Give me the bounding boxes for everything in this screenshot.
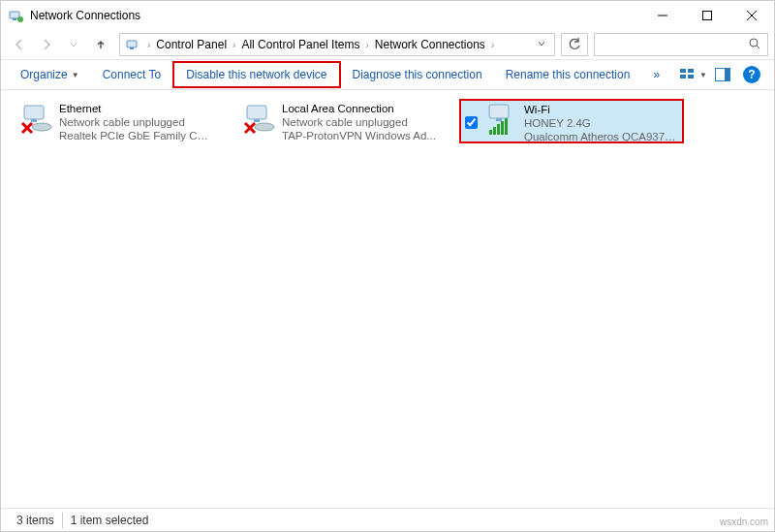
svg-rect-22 (247, 106, 266, 119)
connection-item-lan[interactable]: Local Area Connection Network cable unpl… (237, 100, 460, 142)
view-options-button[interactable]: ▼ (679, 61, 708, 88)
breadcrumb-item[interactable]: All Control Panel Items (237, 34, 363, 55)
breadcrumb-item[interactable]: Network Connections (371, 34, 489, 55)
svg-rect-32 (501, 121, 504, 135)
toolbar: Organize▼ Connect To Disable this networ… (1, 59, 774, 90)
svg-point-9 (750, 39, 758, 47)
svg-rect-14 (688, 75, 694, 78)
maximize-button[interactable] (685, 1, 729, 30)
chevron-right-icon[interactable]: › (363, 40, 370, 50)
svg-rect-28 (496, 118, 502, 121)
svg-rect-12 (680, 75, 686, 78)
connection-device: Qualcomm Atheros QCA9377... (524, 130, 678, 143)
help-button[interactable]: ? (743, 66, 760, 83)
up-button[interactable] (88, 33, 113, 56)
breadcrumb[interactable]: › Control Panel › All Control Panel Item… (119, 33, 555, 56)
window-title: Network Connections (30, 9, 640, 22)
overflow-button[interactable]: » (641, 61, 671, 88)
watermark: wsxdn.com (720, 516, 768, 527)
svg-rect-27 (489, 105, 509, 118)
connection-status: HONEY 2.4G (524, 116, 678, 130)
rename-button[interactable]: Rename this connection (494, 61, 642, 88)
svg-rect-18 (31, 119, 37, 122)
connection-name: Wi-Fi (524, 103, 678, 116)
connection-status: Network cable unplugged (59, 115, 214, 129)
chevron-down-icon: ▼ (699, 71, 707, 79)
svg-rect-13 (688, 69, 694, 73)
organize-button[interactable]: Organize▼ (9, 61, 91, 88)
selection-checkbox[interactable] (465, 116, 478, 129)
address-bar: › Control Panel › All Control Panel Item… (1, 30, 774, 59)
svg-rect-23 (254, 119, 260, 122)
connection-item-ethernet[interactable]: Ethernet Network cable unplugged Realtek… (15, 100, 237, 142)
search-input[interactable] (594, 33, 768, 56)
svg-rect-17 (24, 106, 44, 119)
connection-item-wifi[interactable]: Wi-Fi HONEY 2.4G Qualcomm Atheros QCA937… (460, 100, 683, 142)
status-bar: 3 items 1 item selected (1, 508, 774, 531)
back-button[interactable] (7, 33, 32, 56)
titlebar: Network Connections (1, 1, 774, 30)
chevron-right-icon[interactable]: › (231, 40, 237, 50)
wifi-icon (483, 103, 518, 138)
connection-name: Local Area Connection (282, 102, 436, 115)
lan-icon (241, 102, 276, 137)
svg-rect-4 (703, 12, 712, 20)
refresh-button[interactable] (561, 33, 588, 56)
svg-rect-16 (725, 69, 729, 80)
connection-status: Network cable unplugged (282, 115, 436, 129)
preview-pane-button[interactable] (708, 61, 737, 88)
svg-point-24 (255, 123, 274, 131)
location-icon (126, 37, 141, 52)
svg-rect-30 (493, 127, 496, 135)
svg-rect-7 (127, 41, 137, 47)
forward-button[interactable] (34, 33, 59, 56)
minimize-button[interactable] (640, 1, 685, 30)
search-icon (748, 37, 761, 53)
connection-name: Ethernet (59, 102, 214, 115)
connection-device: Realtek PCIe GbE Family Cont... (59, 129, 214, 142)
ethernet-icon (18, 102, 53, 137)
content-area: Ethernet Network cable unplugged Realtek… (1, 90, 774, 510)
chevron-right-icon[interactable]: › (489, 40, 496, 50)
item-count: 3 items (9, 514, 62, 527)
connection-device: TAP-ProtonVPN Windows Ad... (282, 129, 436, 142)
svg-point-19 (32, 123, 51, 131)
diagnose-button[interactable]: Diagnose this connection (341, 61, 494, 88)
breadcrumb-dropdown[interactable] (531, 38, 552, 51)
svg-rect-29 (489, 130, 492, 135)
svg-rect-1 (13, 18, 16, 20)
svg-line-10 (757, 46, 760, 48)
svg-rect-8 (130, 47, 134, 49)
svg-rect-31 (497, 124, 500, 135)
svg-rect-0 (10, 12, 19, 18)
chevron-down-icon: ▼ (72, 71, 79, 79)
svg-rect-11 (680, 69, 686, 73)
close-button[interactable] (729, 1, 774, 30)
app-icon (9, 8, 24, 23)
svg-point-2 (17, 16, 23, 22)
connect-to-button[interactable]: Connect To (91, 61, 173, 88)
recent-dropdown[interactable] (61, 33, 86, 56)
selected-count: 1 item selected (63, 514, 157, 527)
disable-device-button[interactable]: Disable this network device (172, 61, 340, 88)
svg-rect-33 (505, 118, 508, 135)
breadcrumb-item[interactable]: Control Panel (152, 34, 231, 55)
chevron-right-icon[interactable]: › (145, 40, 152, 50)
